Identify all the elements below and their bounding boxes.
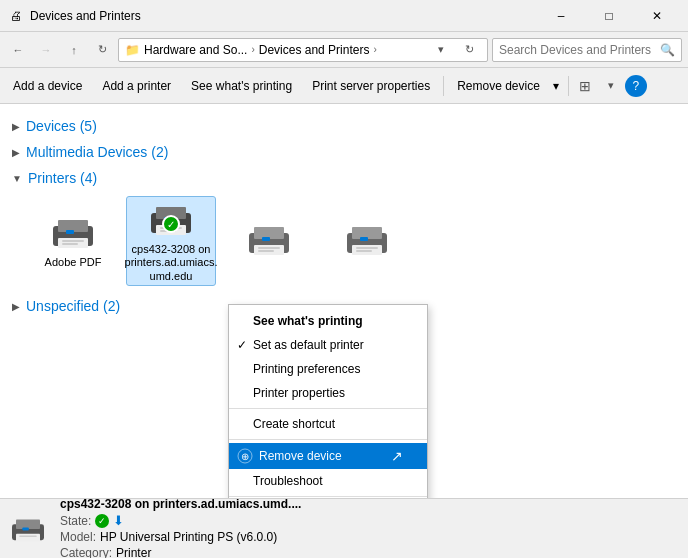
remove-device-label: Remove device (449, 73, 548, 99)
ctx-see-printing[interactable]: See what's printing (229, 309, 427, 333)
adobe-pdf-printer-svg (48, 212, 98, 252)
maximize-button[interactable]: □ (586, 0, 632, 32)
svg-rect-17 (258, 250, 274, 252)
state-ok-icon: ✓ (95, 514, 109, 528)
printers-section-title: Printers (4) (28, 170, 97, 186)
print-server-label: Print server properties (312, 79, 430, 93)
add-printer-button[interactable]: Add a printer (93, 72, 180, 100)
ctx-sep3 (229, 496, 427, 497)
svg-rect-22 (356, 247, 378, 249)
status-model-row: Model: HP Universal Printing PS (v6.0.0) (60, 530, 301, 544)
cps432-icon: ✓ (146, 199, 196, 239)
printer-4[interactable] (322, 196, 412, 286)
ctx-sep2 (229, 439, 427, 440)
forward-button[interactable]: → (34, 38, 58, 62)
printer3-svg (244, 219, 294, 259)
search-box[interactable]: 🔍 (492, 38, 682, 62)
remove-device-arrow[interactable]: ▾ (548, 73, 563, 99)
svg-rect-28 (16, 533, 40, 541)
add-device-button[interactable]: Add a device (4, 72, 91, 100)
print-server-properties-button[interactable]: Print server properties (303, 72, 439, 100)
refresh-button[interactable]: ↻ (90, 38, 114, 62)
devices-toggle-icon: ▶ (12, 121, 20, 132)
ctx-set-default[interactable]: Set as default printer (229, 333, 427, 357)
adobe-pdf-label: Adobe PDF (45, 256, 102, 269)
cursor-indicator: ↗ (391, 448, 403, 464)
remove-device-dropdown[interactable]: Remove device ▾ (448, 72, 564, 100)
dropdown-button[interactable]: ▾ (429, 38, 453, 62)
search-input[interactable] (499, 43, 660, 57)
state-label: State: (60, 514, 91, 528)
see-whats-printing-label: See what's printing (191, 79, 292, 93)
printer4-svg (342, 219, 392, 259)
title-bar: 🖨 Devices and Printers – □ ✕ (0, 0, 688, 32)
svg-rect-23 (356, 250, 372, 252)
status-state-row: State: ✓ ⬇ (60, 513, 301, 528)
window-title: Devices and Printers (30, 9, 538, 23)
ctx-remove-device[interactable]: ⊕ Remove device ↗ (229, 443, 427, 469)
model-label: Model: (60, 530, 96, 544)
svg-rect-4 (62, 240, 84, 242)
app-icon: 🖨 (8, 8, 24, 24)
ctx-printer-props[interactable]: Printer properties (229, 381, 427, 405)
toolbar: Add a device Add a printer See what's pr… (0, 68, 688, 104)
ctx-create-shortcut-label: Create shortcut (253, 417, 335, 431)
devices-section-title: Devices (5) (26, 118, 97, 134)
folder-icon: 📁 (125, 43, 140, 57)
search-icon: 🔍 (660, 43, 675, 57)
status-details: cps432-3208 on printers.ad.umiacs.umd...… (60, 497, 301, 558)
printer-cps432[interactable]: ✓ cps432-3208 onprinters.ad.umiacs.umd.e… (126, 196, 216, 286)
category-label: Category: (60, 546, 112, 558)
main-content: ▶ Devices (5) ▶ Multimedia Devices (2) ▼… (0, 104, 688, 498)
multimedia-toggle-icon: ▶ (12, 147, 20, 158)
ctx-create-shortcut[interactable]: Create shortcut (229, 412, 427, 436)
breadcrumb-part2: Devices and Printers (259, 43, 370, 57)
svg-rect-15 (262, 237, 270, 241)
address-field[interactable]: 📁 Hardware and So... › Devices and Print… (118, 38, 488, 62)
ctx-printer-props-label: Printer properties (253, 386, 345, 400)
unspecified-toggle-icon: ▶ (12, 301, 20, 312)
help-button[interactable]: ? (625, 75, 647, 97)
svg-rect-21 (360, 237, 368, 241)
printers-toggle-icon: ▼ (12, 173, 22, 184)
status-bar: cps432-3208 on printers.ad.umiacs.umd...… (0, 498, 688, 558)
ctx-sep1 (229, 408, 427, 409)
svg-rect-30 (19, 535, 37, 537)
ctx-troubleshoot[interactable]: Troubleshoot (229, 469, 427, 493)
category-value: Printer (116, 546, 151, 558)
back-button[interactable]: ← (6, 38, 30, 62)
printer-adobe-pdf[interactable]: Adobe PDF (28, 196, 118, 286)
printer-3[interactable] (224, 196, 314, 286)
adobe-pdf-icon (48, 212, 98, 252)
status-printer-icon (8, 509, 48, 549)
ctx-set-default-label: Set as default printer (253, 338, 364, 352)
state-arrow-icon: ⬇ (113, 513, 124, 528)
up-button[interactable]: ↑ (62, 38, 86, 62)
address-refresh-button[interactable]: ↻ (457, 38, 481, 62)
ctx-remove-device-label: Remove device (259, 449, 342, 463)
breadcrumb-part1: Hardware and So... (144, 43, 247, 57)
close-button[interactable]: ✕ (634, 0, 680, 32)
breadcrumb: Hardware and So... › Devices and Printer… (144, 43, 425, 57)
printer4-icon (342, 219, 392, 259)
multimedia-section-header[interactable]: ▶ Multimedia Devices (2) (12, 138, 676, 164)
minimize-button[interactable]: – (538, 0, 584, 32)
add-device-label: Add a device (13, 79, 82, 93)
ctx-printing-prefs-label: Printing preferences (253, 362, 360, 376)
view-options-button[interactable]: ⊞ (573, 74, 597, 98)
ctx-printing-prefs[interactable]: Printing preferences (229, 357, 427, 381)
window-controls: – □ ✕ (538, 0, 680, 32)
see-whats-printing-button[interactable]: See what's printing (182, 72, 301, 100)
model-value: HP Universal Printing PS (v6.0.0) (100, 530, 277, 544)
view-dropdown-button[interactable]: ▾ (599, 74, 623, 98)
unspecified-section-title: Unspecified (2) (26, 298, 120, 314)
printers-section-header[interactable]: ▼ Printers (4) (12, 164, 676, 190)
ctx-troubleshoot-label: Troubleshoot (253, 474, 323, 488)
printer3-icon (244, 219, 294, 259)
devices-section-header[interactable]: ▶ Devices (5) (12, 112, 676, 138)
context-menu: See what's printing Set as default print… (228, 304, 428, 498)
ctx-see-printing-label: See what's printing (253, 314, 363, 328)
add-printer-label: Add a printer (102, 79, 171, 93)
svg-text:⊕: ⊕ (241, 451, 249, 462)
breadcrumb-sep1: › (251, 44, 254, 55)
